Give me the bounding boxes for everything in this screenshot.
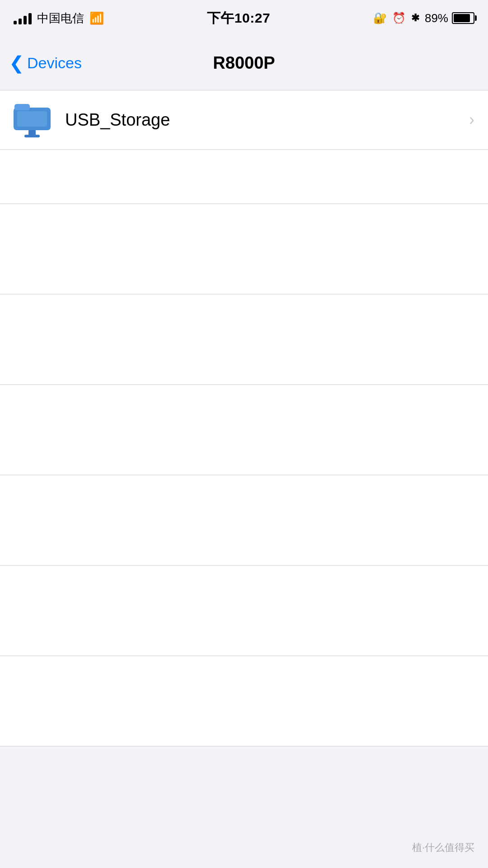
page-title: R8000P	[213, 53, 275, 73]
lock-icon: 🔐	[373, 12, 387, 24]
status-right: 🔐 ⏰ ✱ 89%	[373, 11, 474, 25]
nav-bar: ❮ Devices R8000P	[0, 36, 488, 90]
signal-bar-2	[19, 19, 22, 24]
empty-row-7	[0, 656, 488, 746]
list-item-usb-storage[interactable]: USB_Storage ›	[0, 90, 488, 150]
status-time: 下午10:27	[207, 9, 270, 28]
usb-storage-label: USB_Storage	[65, 110, 469, 130]
bluetooth-icon: ✱	[411, 12, 419, 24]
battery-icon	[452, 12, 474, 24]
empty-row-2	[0, 204, 488, 294]
usb-storage-icon	[14, 99, 54, 140]
empty-row-1	[0, 150, 488, 204]
empty-row-6	[0, 566, 488, 656]
back-button[interactable]: ❮ Devices	[9, 54, 82, 72]
back-label: Devices	[27, 54, 82, 72]
content-list: USB_Storage ›	[0, 90, 488, 746]
signal-bar-1	[14, 21, 17, 24]
chevron-right-icon: ›	[469, 110, 474, 129]
watermark: 植·什么值得买	[412, 841, 474, 854]
svg-rect-1	[14, 104, 30, 110]
battery-container: 89%	[425, 11, 474, 25]
carrier-text: 中国电信	[37, 10, 84, 26]
wifi-icon: 📶	[89, 11, 104, 25]
empty-row-4	[0, 385, 488, 475]
empty-row-3	[0, 294, 488, 385]
status-left: 中国电信 📶	[14, 10, 104, 26]
signal-bars-icon	[14, 12, 32, 24]
signal-bar-4	[28, 13, 32, 24]
status-bar: 中国电信 📶 下午10:27 🔐 ⏰ ✱ 89%	[0, 0, 488, 36]
back-chevron-icon: ❮	[9, 54, 24, 72]
svg-rect-4	[17, 111, 47, 127]
battery-fill	[454, 14, 470, 22]
usb-storage-icon-container	[14, 99, 54, 140]
signal-bar-3	[23, 16, 27, 24]
alarm-icon: ⏰	[392, 12, 406, 24]
svg-rect-3	[24, 135, 40, 137]
empty-row-5	[0, 475, 488, 566]
battery-percent: 89%	[425, 11, 448, 25]
